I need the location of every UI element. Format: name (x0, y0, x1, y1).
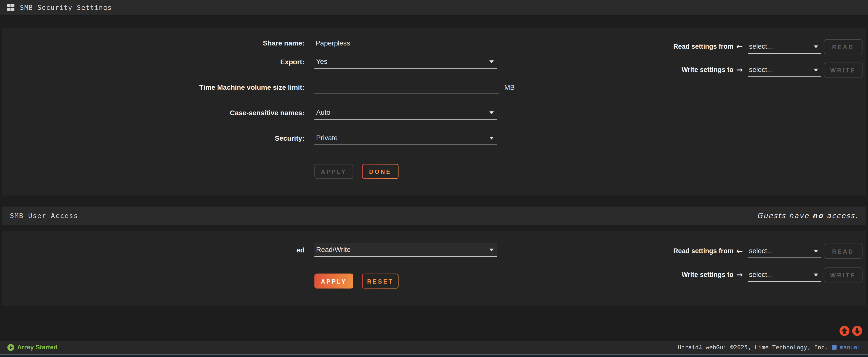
footer-bar: Array Started Unraid® webGui ©2025, Lime… (0, 340, 868, 354)
user-access-select[interactable]: Read/Write (314, 243, 497, 257)
case-sensitive-select-value: Auto (316, 109, 331, 116)
chevron-down-icon (814, 249, 818, 252)
section-title: SMB User Access (10, 212, 78, 219)
share-name-value: Paperpless (314, 36, 350, 51)
arrow-right-icon: → (736, 268, 745, 282)
array-status-text: Array Started (17, 344, 57, 351)
page-header: SMB Security Settings (0, 0, 868, 16)
security-select-value: Private (316, 134, 338, 142)
security-row: Security: Private (2, 131, 866, 146)
export-select-value: Yes (316, 58, 328, 65)
arrow-left-icon: ← (736, 39, 745, 54)
scroll-bottom-button[interactable] (852, 326, 863, 336)
write-target-select-value: select... (749, 271, 773, 278)
manual-link[interactable]: manual (831, 344, 861, 351)
play-circle-icon (7, 344, 14, 351)
security-label: Security: (2, 131, 305, 146)
apply-button[interactable]: APPLY (314, 273, 353, 288)
case-sensitive-select[interactable]: Auto (314, 106, 497, 120)
write-settings-label: Write settings to (589, 63, 734, 78)
case-sensitive-row: Case-sensitive names: Auto (2, 106, 866, 120)
chevron-down-icon (814, 273, 818, 276)
export-label: Export: (2, 55, 305, 69)
chevron-down-icon (489, 111, 494, 114)
user-access-select-value: Read/Write (316, 246, 351, 254)
case-sensitive-label: Case-sensitive names: (2, 106, 305, 120)
scroll-shortcuts (839, 326, 863, 336)
read-settings-label: Read settings from (589, 244, 734, 259)
time-machine-label: Time Machine volume size limit: (2, 80, 305, 95)
smb-user-access-header: SMB User Access Guests have no access. (2, 206, 866, 225)
read-source-select[interactable]: select... (748, 40, 821, 54)
chevron-down-icon (814, 68, 818, 71)
write-button[interactable]: WRITE (824, 268, 863, 282)
smb-user-access-panel: ed Read/Write APPLY RESET Read settings … (2, 231, 866, 306)
windows-icon (7, 4, 14, 11)
read-button[interactable]: READ (824, 244, 863, 259)
read-source-select[interactable]: select... (748, 244, 821, 258)
share-name-label: Share name: (2, 36, 305, 51)
guests-access-note: Guests have no access. (757, 212, 858, 220)
arrow-right-icon: → (736, 63, 745, 78)
form-buttons-row: APPLY DONE (2, 164, 866, 179)
apply-button[interactable]: APPLY (314, 164, 353, 179)
export-select[interactable]: Yes (314, 55, 497, 69)
bottom-edge-strip (0, 354, 868, 357)
chevron-down-icon (489, 248, 494, 251)
read-source-select-value: select... (749, 247, 773, 255)
page-title: SMB Security Settings (20, 4, 112, 11)
write-button[interactable]: WRITE (824, 63, 863, 78)
chevron-down-icon (489, 137, 494, 139)
smb-security-settings-page: SMB Security Settings Share name: Paperp… (0, 0, 868, 357)
footer-right: Unraid® webGui ©2025, Lime Technology, I… (678, 344, 861, 351)
mb-unit-label: MB (504, 80, 515, 95)
copyright-text: Unraid® webGui ©2025, Lime Technology, I… (678, 344, 828, 351)
write-settings-label: Write settings to (589, 268, 734, 282)
read-button[interactable]: READ (824, 39, 863, 54)
smb-security-panel: Share name: Paperpless Export: Yes Time … (2, 28, 866, 196)
write-target-select[interactable]: select... (748, 63, 821, 77)
user-name-label: ed (2, 243, 305, 257)
read-source-select-value: select... (749, 42, 773, 50)
chevron-down-icon (814, 45, 818, 48)
reset-button[interactable]: RESET (362, 273, 399, 288)
arrow-left-icon: ← (736, 244, 745, 259)
manual-link-text: manual (840, 344, 861, 351)
scroll-top-button[interactable] (839, 326, 850, 336)
read-settings-label: Read settings from (589, 39, 734, 54)
time-machine-limit-input[interactable] (314, 80, 499, 94)
write-target-select[interactable]: select... (748, 268, 821, 282)
done-button[interactable]: DONE (362, 164, 399, 179)
write-target-select-value: select... (749, 66, 773, 74)
chevron-down-icon (489, 60, 494, 63)
array-status: Array Started (7, 344, 58, 351)
security-select[interactable]: Private (314, 131, 497, 145)
time-machine-row: Time Machine volume size limit: MB (2, 80, 866, 95)
book-icon (831, 344, 838, 351)
